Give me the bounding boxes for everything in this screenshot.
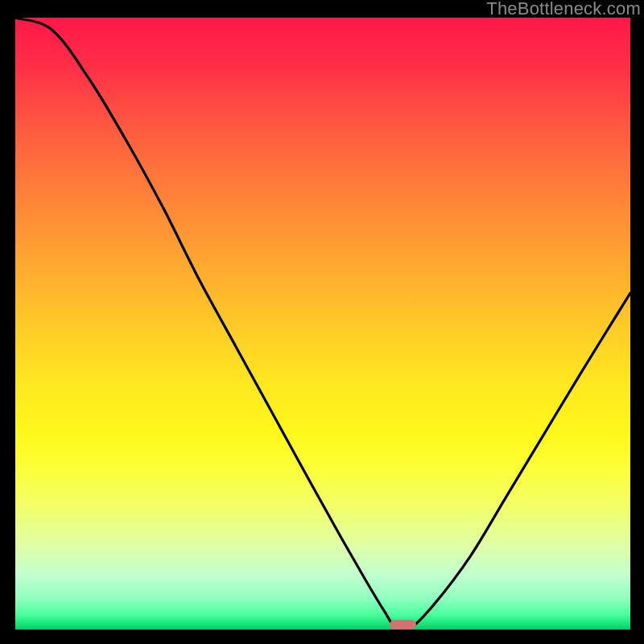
bottleneck-curve bbox=[15, 18, 630, 630]
watermark-text: TheBottleneck.com bbox=[486, 0, 641, 19]
plot-area bbox=[15, 18, 630, 630]
chart-frame: TheBottleneck.com bbox=[0, 0, 644, 644]
optimal-marker bbox=[390, 620, 416, 630]
